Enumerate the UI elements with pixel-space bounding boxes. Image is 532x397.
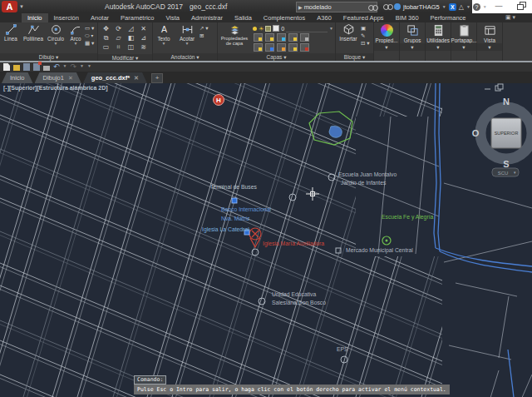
user-avatar-icon[interactable] bbox=[394, 3, 401, 10]
modify-tool-icon[interactable]: ▭ bbox=[100, 43, 112, 52]
layer-dropdown-caret-icon[interactable]: ▼ bbox=[329, 26, 333, 31]
ribbon-tab-performance[interactable]: Performance bbox=[425, 13, 472, 22]
ribbon-tab-administrar[interactable]: Administrar bbox=[185, 13, 229, 22]
a360-icon[interactable]: △ bbox=[459, 3, 464, 11]
panel-label-dibujo[interactable]: Dibujo ▾ bbox=[0, 53, 97, 61]
print-icon[interactable] bbox=[43, 66, 50, 71]
modify-tool-icon[interactable]: ✥ bbox=[100, 25, 112, 34]
binoculars-icon[interactable] bbox=[383, 4, 392, 9]
layer-properties-button[interactable]: Propiedades de capa bbox=[218, 23, 251, 46]
layer-thaw-icon[interactable]: ☀ bbox=[259, 26, 264, 32]
file-tab-geocccdxf[interactable]: geo_ccc.dxf*✕ bbox=[83, 72, 147, 83]
layer-dropdown[interactable] bbox=[286, 25, 328, 32]
window-restore-button[interactable] bbox=[517, 1, 526, 10]
insert-block-button[interactable]: Insertar bbox=[336, 23, 361, 42]
layer-lock-icon[interactable] bbox=[265, 26, 271, 32]
modify-tool-icon[interactable]: ◿ bbox=[125, 25, 137, 34]
panel-label-capas[interactable]: Capas ▾ bbox=[218, 53, 335, 61]
new-tab-button[interactable]: + bbox=[151, 73, 163, 83]
text-button[interactable]: A Texto ▼ bbox=[153, 23, 175, 46]
search-binoculars-icon[interactable] bbox=[368, 5, 377, 10]
exchange-apps-icon[interactable]: X bbox=[449, 3, 456, 11]
undo-caret-icon[interactable]: ▼ bbox=[63, 63, 67, 71]
small-panel-caret[interactable]: ▾ bbox=[426, 43, 451, 51]
modify-tool-icon[interactable]: ⟳ bbox=[112, 25, 125, 34]
table-tool-icon[interactable]: ⊞ bbox=[200, 32, 209, 39]
save-icon[interactable] bbox=[23, 63, 30, 71]
viewport-window-controls[interactable] bbox=[485, 84, 503, 91]
small-panel-caret[interactable]: ▾ bbox=[477, 43, 502, 51]
viewport-controls[interactable]: [-][Superior][Estructura alámbrica 2D] bbox=[3, 85, 108, 91]
small-panel-label[interactable]: Portapap... bbox=[451, 37, 477, 43]
qat-overflow-caret-icon[interactable]: ▼ bbox=[87, 63, 91, 71]
window-minimize-button[interactable]: — bbox=[494, 2, 504, 10]
dimension-button[interactable]: Acotar ▼ bbox=[175, 23, 200, 46]
small-panel-label[interactable]: Grupos bbox=[404, 37, 421, 43]
infocenter-search-input[interactable]: ▶ modelado bbox=[296, 2, 377, 12]
panel-label-anotacion[interactable]: Anotación ▾ bbox=[153, 53, 217, 61]
ucs-button[interactable]: SCU ▾ bbox=[492, 168, 519, 176]
redo-icon[interactable]: ↷ bbox=[71, 63, 77, 71]
ellipse-tool-icon[interactable]: ⬭ ▾ bbox=[85, 32, 94, 39]
help-caret-icon[interactable]: ▼ bbox=[483, 4, 487, 9]
close-tab-icon[interactable]: ✕ bbox=[134, 75, 139, 82]
ribbon-tab-anotar[interactable]: Anotar bbox=[85, 13, 115, 22]
new-file-icon[interactable] bbox=[3, 63, 10, 71]
layer-tool-icon[interactable] bbox=[254, 33, 263, 42]
small-panel-label[interactable]: Propied... bbox=[376, 37, 398, 43]
layer-tool-icon[interactable] bbox=[300, 43, 309, 52]
arc-button[interactable]: Arco ▼ bbox=[66, 23, 85, 46]
layer-tool-icon[interactable] bbox=[265, 33, 274, 42]
panel-label-modificar[interactable]: Modificar ▾ bbox=[98, 54, 152, 61]
layer-tool-icon[interactable] bbox=[288, 33, 298, 42]
layer-on-icon[interactable] bbox=[253, 27, 257, 31]
rectangle-tool-icon[interactable]: ▭ ▾ bbox=[85, 25, 94, 32]
viewcube-north[interactable]: N bbox=[503, 97, 510, 107]
small-panel-label[interactable]: Vista bbox=[484, 37, 495, 43]
app-logo-icon[interactable]: A bbox=[2, 1, 17, 12]
command-prompt[interactable]: Comando: bbox=[134, 375, 166, 385]
layer-tool-icon[interactable] bbox=[288, 43, 298, 52]
signed-in-user[interactable]: jtobarTHAG5 bbox=[403, 3, 440, 11]
small-panel-caret[interactable]: ▾ bbox=[374, 43, 399, 51]
text-caret-icon[interactable]: ▼ bbox=[162, 42, 166, 46]
modify-tool-icon[interactable]: ◫ bbox=[125, 43, 137, 52]
redo-caret-icon[interactable]: ▼ bbox=[80, 63, 84, 71]
ribbon-tab-paramétrico[interactable]: Paramétrico bbox=[115, 13, 160, 22]
drawing-canvas[interactable]: H bbox=[0, 83, 532, 397]
ucs-label[interactable]: SCU bbox=[498, 171, 509, 176]
open-file-icon[interactable] bbox=[13, 65, 20, 71]
app-menu-caret-icon[interactable]: ▼ bbox=[19, 4, 24, 9]
layer-tool-icon[interactable] bbox=[254, 43, 263, 52]
ribbon-tab-complementos[interactable]: Complementos bbox=[258, 13, 311, 22]
viewcube[interactable]: N S O E SUPERIOR bbox=[472, 97, 532, 169]
viewcube-face-label[interactable]: SUPERIOR bbox=[495, 131, 519, 136]
viewcube-south[interactable]: S bbox=[503, 159, 509, 169]
block-attrs-icon[interactable]: ⊡ ▾ bbox=[361, 40, 370, 47]
leader-tool-icon[interactable]: ↗ ▾ bbox=[200, 25, 209, 32]
undo-icon[interactable]: ↶ bbox=[53, 63, 60, 71]
ribbon-tab-salida[interactable]: Salida bbox=[229, 13, 258, 22]
modify-tool-icon[interactable]: ▱ bbox=[112, 34, 125, 43]
ribbon-tab-bim-360[interactable]: BIM 360 bbox=[390, 13, 425, 22]
modify-tool-icon[interactable]: ◧ bbox=[125, 34, 137, 43]
help-icon[interactable]: ? bbox=[473, 3, 480, 11]
panel-label-bloque[interactable]: Bloque ▾ bbox=[336, 53, 373, 61]
ribbon-tab-inicio[interactable]: Inicio bbox=[22, 13, 48, 22]
layer-tool-icon[interactable] bbox=[277, 33, 286, 42]
small-panel-label[interactable]: Utilidades bbox=[426, 37, 450, 43]
close-tab-icon[interactable]: ✕ bbox=[68, 75, 73, 82]
modify-tool-icon[interactable]: ≋ bbox=[137, 43, 150, 52]
ribbon-options-icon[interactable]: ▣ ▾ bbox=[505, 14, 515, 21]
modify-tool-icon[interactable]: ⌗ bbox=[112, 43, 125, 52]
ribbon-tab-a360[interactable]: A360 bbox=[311, 13, 337, 22]
viewcube-west[interactable]: O bbox=[472, 128, 480, 138]
dimension-caret-icon[interactable]: ▼ bbox=[185, 42, 190, 46]
file-tab-dibujo1[interactable]: Dibujo1✕ bbox=[35, 72, 81, 83]
hatch-tool-icon[interactable]: ▦ ▾ bbox=[85, 40, 94, 47]
circle-caret-icon[interactable]: ▼ bbox=[54, 42, 58, 46]
create-block-icon[interactable]: ▣ bbox=[361, 25, 370, 32]
modify-tool-icon[interactable]: ⧉ bbox=[100, 34, 112, 43]
user-menu-caret-icon[interactable]: ▼ bbox=[442, 4, 446, 9]
line-button[interactable]: Línea bbox=[0, 23, 22, 42]
